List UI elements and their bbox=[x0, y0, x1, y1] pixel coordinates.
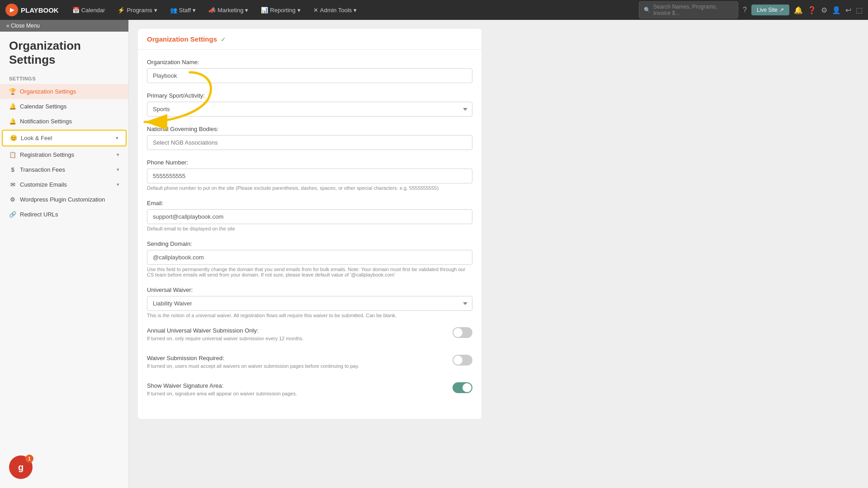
content-card: Organization Settings ✓ Organization Nam… bbox=[138, 29, 481, 419]
transaction-chevron: ▾ bbox=[117, 167, 119, 173]
card-header: Organization Settings ✓ bbox=[138, 29, 481, 50]
sidebar-section-label: SETTINGS bbox=[0, 71, 128, 84]
live-site-button[interactable]: Live Site ↗ bbox=[751, 5, 789, 15]
nav-calendar[interactable]: 📅 Calendar bbox=[70, 5, 108, 15]
sidebar-item-transaction-fees[interactable]: $ Transaction Fees ▾ bbox=[0, 162, 128, 177]
sending-domain-input[interactable] bbox=[147, 250, 472, 265]
sending-domain-group: Sending Domain: Use this field to perman… bbox=[147, 240, 472, 277]
annual-waiver-toggle[interactable] bbox=[453, 327, 472, 338]
nav-reporting[interactable]: 📊 Reporting ▾ bbox=[258, 5, 303, 15]
app-body: « Close Menu Organization Settings SETTI… bbox=[0, 20, 868, 488]
email-hint: Default email to be displayed on the sit… bbox=[147, 226, 472, 231]
sidebar-registration-label: Registration Settings bbox=[20, 151, 74, 158]
sending-domain-label: Sending Domain: bbox=[147, 240, 472, 247]
logo[interactable]: ▶ PLAYBOOK bbox=[5, 4, 59, 16]
sidebar-item-look-feel[interactable]: 😊 Look & Feel ▾ bbox=[2, 130, 127, 146]
notification-icon: 🔔 bbox=[9, 118, 16, 125]
search-icon: 🔍 bbox=[644, 7, 651, 13]
waiver-required-title: Waiver Submission Required: bbox=[147, 355, 447, 361]
sidebar-item-registration-settings[interactable]: 📋 Registration Settings ▾ bbox=[0, 147, 128, 162]
waiver-required-hint: If turned on, users must accept all waiv… bbox=[147, 363, 447, 369]
avatar[interactable]: g 1 bbox=[9, 455, 33, 479]
question-icon[interactable]: ❓ bbox=[807, 6, 816, 14]
close-menu-button[interactable]: « Close Menu bbox=[0, 20, 128, 32]
trophy-icon: 🏆 bbox=[9, 88, 16, 95]
phone-input[interactable] bbox=[147, 169, 472, 183]
sidebar-emails-label: Customize Emails bbox=[20, 181, 67, 188]
signature-area-hint: If turned on, signature area will appear… bbox=[147, 391, 447, 396]
sidebar-item-wordpress[interactable]: ⚙ Wordpress Plugin Customization bbox=[0, 192, 128, 207]
marketing-icon: 📣 bbox=[208, 7, 216, 14]
nav-admin-tools[interactable]: ✕ Admin Tools ▾ bbox=[311, 5, 360, 15]
sending-domain-hint: Use this field to permanently change the… bbox=[147, 267, 472, 277]
top-nav: ▶ PLAYBOOK 📅 Calendar ⚡ Programs ▾ 👥 Sta… bbox=[0, 0, 868, 20]
sidebar-look-feel-label: Look & Feel bbox=[21, 135, 52, 141]
sidebar-wordpress-label: Wordpress Plugin Customization bbox=[20, 196, 105, 203]
phone-group: Phone Number: Default phone number to pu… bbox=[147, 159, 472, 191]
annual-waiver-toggle-row: Annual Universal Waiver Submission Only:… bbox=[147, 327, 472, 346]
sidebar-item-calendar-settings[interactable]: 🔔 Calendar Settings bbox=[0, 99, 128, 114]
phone-label: Phone Number: bbox=[147, 159, 472, 166]
nav-programs[interactable]: ⚡ Programs ▾ bbox=[115, 5, 160, 15]
admin-chevron: ▾ bbox=[354, 7, 357, 14]
gear-icon[interactable]: ⚙ bbox=[821, 6, 827, 14]
look-feel-chevron: ▾ bbox=[116, 135, 118, 141]
user-icon[interactable]: 👤 bbox=[832, 6, 841, 14]
sport-select[interactable]: Sports bbox=[147, 102, 472, 117]
card-body: Organization Name: Primary Sport/Activit… bbox=[138, 50, 481, 419]
universal-waiver-label: Universal Waiver: bbox=[147, 286, 472, 293]
nav-right: 🔍 Search Names, Programs, Invoice $... ?… bbox=[639, 1, 863, 19]
org-name-input[interactable] bbox=[147, 68, 472, 83]
logo-icon: ▶ bbox=[5, 4, 18, 16]
admin-icon: ✕ bbox=[313, 7, 318, 14]
staff-chevron: ▾ bbox=[193, 7, 196, 14]
main-content: Organization Settings ✓ Organization Nam… bbox=[129, 20, 868, 488]
history-icon[interactable]: ↩ bbox=[845, 6, 851, 14]
check-icon: ✓ bbox=[221, 36, 226, 43]
email-group: Email: Default email to be displayed on … bbox=[147, 200, 472, 231]
signature-area-title: Show Waiver Signature Area: bbox=[147, 382, 447, 389]
waiver-required-toggle[interactable] bbox=[453, 355, 472, 366]
bell-small-icon: 🔔 bbox=[9, 103, 16, 110]
sidebar-title: Organization Settings bbox=[0, 32, 128, 71]
sidebar-item-redirect-urls[interactable]: 🔗 Redirect URLs bbox=[0, 207, 128, 222]
logo-text: PLAYBOOK bbox=[21, 6, 59, 14]
staff-icon: 👥 bbox=[170, 7, 177, 14]
calendar-icon: 📅 bbox=[72, 7, 80, 14]
nav-marketing[interactable]: 📣 Marketing ▾ bbox=[206, 5, 251, 15]
sidebar-notification-label: Notification Settings bbox=[20, 118, 72, 125]
signature-area-toggle[interactable] bbox=[453, 382, 472, 393]
exit-icon[interactable]: ⬚ bbox=[856, 6, 863, 14]
link-icon: 🔗 bbox=[9, 211, 16, 218]
help-icon: ? bbox=[743, 6, 747, 14]
signature-area-info: Show Waiver Signature Area: If turned on… bbox=[147, 382, 447, 396]
ngb-label: National Governing Bodies: bbox=[147, 126, 472, 132]
registration-chevron: ▾ bbox=[117, 152, 119, 158]
avatar-letter: g bbox=[18, 462, 24, 473]
sidebar-item-org-settings[interactable]: 🏆 Organization Settings bbox=[0, 84, 128, 99]
phone-hint: Default phone number to put on the site … bbox=[147, 185, 472, 191]
avatar-badge: 1 bbox=[25, 455, 33, 463]
sidebar-item-customize-emails[interactable]: ✉ Customize Emails ▾ bbox=[0, 177, 128, 192]
bell-icon[interactable]: 🔔 bbox=[794, 6, 803, 14]
sidebar-item-notification-settings[interactable]: 🔔 Notification Settings bbox=[0, 114, 128, 129]
card-title: Organization Settings bbox=[147, 35, 217, 43]
signature-area-toggle-row: Show Waiver Signature Area: If turned on… bbox=[147, 382, 472, 401]
nav-staff[interactable]: 👥 Staff ▾ bbox=[167, 5, 199, 15]
search-bar[interactable]: 🔍 Search Names, Programs, Invoice $... bbox=[639, 1, 738, 19]
email-icon: ✉ bbox=[9, 181, 16, 188]
annual-waiver-hint: If turned on, only require universal wai… bbox=[147, 336, 447, 341]
search-placeholder: Search Names, Programs, Invoice $... bbox=[653, 4, 733, 16]
programs-chevron: ▾ bbox=[154, 7, 157, 14]
dollar-icon: $ bbox=[9, 166, 16, 173]
org-name-group: Organization Name: bbox=[147, 59, 472, 83]
org-name-label: Organization Name: bbox=[147, 59, 472, 66]
sport-group: Primary Sport/Activity: Sports bbox=[147, 92, 472, 117]
universal-waiver-hint: This is the notion of a universal waiver… bbox=[147, 313, 472, 318]
universal-waiver-select[interactable]: Liability Waiver bbox=[147, 296, 472, 311]
sidebar-org-label: Organization Settings bbox=[20, 88, 76, 95]
ngb-input[interactable] bbox=[147, 135, 472, 150]
email-label: Email: bbox=[147, 200, 472, 206]
sidebar-transaction-label: Transaction Fees bbox=[20, 166, 65, 173]
email-input[interactable] bbox=[147, 209, 472, 224]
